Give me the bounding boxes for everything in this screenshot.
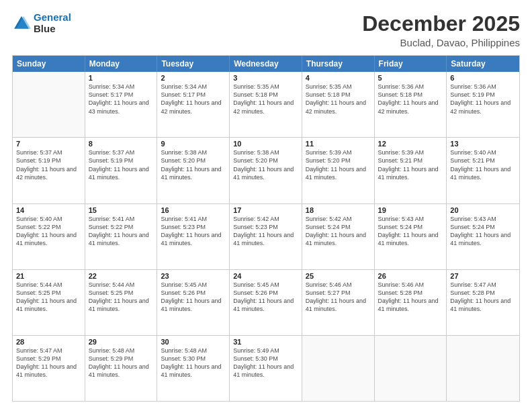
day-number: 5 [378, 74, 443, 82]
day-number: 3 [233, 74, 298, 82]
day-cell-11: 11Sunrise: 5:39 AMSunset: 5:20 PMDayligh… [302, 138, 375, 203]
day-number: 7 [16, 140, 81, 148]
day-cell-20: 20Sunrise: 5:43 AMSunset: 5:24 PMDayligh… [447, 204, 519, 269]
day-cell-18: 18Sunrise: 5:42 AMSunset: 5:24 PMDayligh… [302, 204, 375, 269]
calendar-row-4: 21Sunrise: 5:44 AMSunset: 5:25 PMDayligh… [13, 269, 519, 335]
empty-cell [13, 72, 85, 137]
month-year: December 2025 [362, 12, 520, 36]
day-header-wednesday: Wednesday [230, 56, 302, 72]
day-number: 17 [233, 206, 298, 214]
day-cell-31: 31Sunrise: 5:49 AMSunset: 5:30 PMDayligh… [230, 336, 302, 401]
day-header-friday: Friday [375, 56, 447, 72]
day-cell-9: 9Sunrise: 5:38 AMSunset: 5:20 PMDaylight… [157, 138, 230, 203]
day-cell-25: 25Sunrise: 5:46 AMSunset: 5:27 PMDayligh… [302, 270, 375, 335]
cell-info: Sunrise: 5:40 AMSunset: 5:22 PMDaylight:… [16, 215, 81, 248]
day-cell-19: 19Sunrise: 5:43 AMSunset: 5:24 PMDayligh… [375, 204, 447, 269]
day-cell-24: 24Sunrise: 5:45 AMSunset: 5:26 PMDayligh… [230, 270, 302, 335]
calendar-row-3: 14Sunrise: 5:40 AMSunset: 5:22 PMDayligh… [13, 203, 519, 269]
day-cell-17: 17Sunrise: 5:42 AMSunset: 5:23 PMDayligh… [230, 204, 302, 269]
day-number: 10 [233, 140, 298, 148]
cell-info: Sunrise: 5:47 AMSunset: 5:29 PMDaylight:… [16, 347, 81, 379]
day-number: 8 [89, 140, 154, 148]
day-cell-1: 1Sunrise: 5:34 AMSunset: 5:17 PMDaylight… [85, 72, 158, 137]
day-number: 16 [161, 206, 226, 214]
day-number: 9 [161, 140, 226, 148]
day-cell-7: 7Sunrise: 5:37 AMSunset: 5:19 PMDaylight… [13, 138, 85, 203]
header: General Blue December 2025 Buclad, Davao… [12, 12, 520, 48]
cell-info: Sunrise: 5:38 AMSunset: 5:20 PMDaylight:… [233, 148, 298, 181]
day-number: 11 [306, 140, 371, 148]
cell-info: Sunrise: 5:36 AMSunset: 5:18 PMDaylight:… [378, 83, 443, 116]
cell-info: Sunrise: 5:38 AMSunset: 5:20 PMDaylight:… [161, 148, 226, 181]
day-cell-2: 2Sunrise: 5:34 AMSunset: 5:17 PMDaylight… [157, 72, 230, 137]
day-cell-29: 29Sunrise: 5:48 AMSunset: 5:29 PMDayligh… [85, 336, 158, 401]
cell-info: Sunrise: 5:47 AMSunset: 5:28 PMDaylight:… [450, 281, 516, 314]
calendar-row-1: 1Sunrise: 5:34 AMSunset: 5:17 PMDaylight… [13, 72, 519, 137]
cell-info: Sunrise: 5:40 AMSunset: 5:21 PMDaylight:… [450, 148, 516, 181]
day-cell-26: 26Sunrise: 5:46 AMSunset: 5:28 PMDayligh… [375, 270, 447, 335]
day-cell-4: 4Sunrise: 5:35 AMSunset: 5:18 PMDaylight… [302, 72, 375, 137]
day-cell-22: 22Sunrise: 5:44 AMSunset: 5:25 PMDayligh… [85, 270, 158, 335]
cell-info: Sunrise: 5:45 AMSunset: 5:26 PMDaylight:… [233, 281, 298, 314]
cell-info: Sunrise: 5:41 AMSunset: 5:23 PMDaylight:… [161, 215, 226, 248]
day-cell-23: 23Sunrise: 5:45 AMSunset: 5:26 PMDayligh… [157, 270, 230, 335]
day-cell-16: 16Sunrise: 5:41 AMSunset: 5:23 PMDayligh… [157, 204, 230, 269]
empty-cell [447, 336, 519, 401]
day-cell-10: 10Sunrise: 5:38 AMSunset: 5:20 PMDayligh… [230, 138, 302, 203]
calendar: SundayMondayTuesdayWednesdayThursdayFrid… [12, 55, 520, 402]
page: General Blue December 2025 Buclad, Davao… [0, 0, 532, 411]
day-number: 19 [378, 206, 443, 214]
day-cell-14: 14Sunrise: 5:40 AMSunset: 5:22 PMDayligh… [13, 204, 85, 269]
day-number: 29 [89, 338, 154, 346]
cell-info: Sunrise: 5:37 AMSunset: 5:19 PMDaylight:… [89, 148, 154, 181]
day-cell-21: 21Sunrise: 5:44 AMSunset: 5:25 PMDayligh… [13, 270, 85, 335]
cell-info: Sunrise: 5:41 AMSunset: 5:22 PMDaylight:… [89, 215, 154, 248]
day-number: 18 [306, 206, 371, 214]
day-number: 15 [89, 206, 154, 214]
day-header-thursday: Thursday [302, 56, 375, 72]
day-number: 21 [16, 272, 81, 280]
cell-info: Sunrise: 5:34 AMSunset: 5:17 PMDaylight:… [161, 83, 226, 116]
day-number: 14 [16, 206, 81, 214]
day-number: 4 [306, 74, 371, 82]
cell-info: Sunrise: 5:37 AMSunset: 5:19 PMDaylight:… [16, 148, 81, 181]
cell-info: Sunrise: 5:43 AMSunset: 5:24 PMDaylight:… [450, 215, 516, 248]
day-number: 20 [450, 206, 516, 214]
cell-info: Sunrise: 5:46 AMSunset: 5:28 PMDaylight:… [378, 281, 443, 314]
cell-info: Sunrise: 5:46 AMSunset: 5:27 PMDaylight:… [306, 281, 371, 314]
cell-info: Sunrise: 5:48 AMSunset: 5:30 PMDaylight:… [161, 347, 226, 379]
day-cell-27: 27Sunrise: 5:47 AMSunset: 5:28 PMDayligh… [447, 270, 519, 335]
cell-info: Sunrise: 5:34 AMSunset: 5:17 PMDaylight:… [89, 83, 154, 116]
cell-info: Sunrise: 5:43 AMSunset: 5:24 PMDaylight:… [378, 215, 443, 248]
cell-info: Sunrise: 5:42 AMSunset: 5:23 PMDaylight:… [233, 215, 298, 248]
day-cell-12: 12Sunrise: 5:39 AMSunset: 5:21 PMDayligh… [375, 138, 447, 203]
cell-info: Sunrise: 5:35 AMSunset: 5:18 PMDaylight:… [233, 83, 298, 116]
day-header-saturday: Saturday [447, 56, 519, 72]
day-cell-28: 28Sunrise: 5:47 AMSunset: 5:29 PMDayligh… [13, 336, 85, 401]
logo-text: General Blue [34, 12, 71, 34]
cell-info: Sunrise: 5:39 AMSunset: 5:20 PMDaylight:… [306, 148, 371, 181]
day-cell-5: 5Sunrise: 5:36 AMSunset: 5:18 PMDaylight… [375, 72, 447, 137]
cell-info: Sunrise: 5:39 AMSunset: 5:21 PMDaylight:… [378, 148, 443, 181]
title-block: December 2025 Buclad, Davao, Philippines [362, 12, 520, 48]
cell-info: Sunrise: 5:36 AMSunset: 5:19 PMDaylight:… [450, 83, 516, 116]
day-cell-13: 13Sunrise: 5:40 AMSunset: 5:21 PMDayligh… [447, 138, 519, 203]
empty-cell [302, 336, 375, 401]
cell-info: Sunrise: 5:49 AMSunset: 5:30 PMDaylight:… [233, 347, 298, 379]
day-number: 28 [16, 338, 81, 346]
location: Buclad, Davao, Philippines [362, 37, 520, 48]
cell-info: Sunrise: 5:44 AMSunset: 5:25 PMDaylight:… [89, 281, 154, 314]
calendar-row-5: 28Sunrise: 5:47 AMSunset: 5:29 PMDayligh… [13, 335, 519, 401]
day-number: 27 [450, 272, 516, 280]
cell-info: Sunrise: 5:48 AMSunset: 5:29 PMDaylight:… [89, 347, 154, 379]
day-header-monday: Monday [85, 56, 158, 72]
day-number: 6 [450, 74, 516, 82]
day-cell-8: 8Sunrise: 5:37 AMSunset: 5:19 PMDaylight… [85, 138, 158, 203]
day-number: 1 [89, 74, 154, 82]
day-number: 31 [233, 338, 298, 346]
day-number: 13 [450, 140, 516, 148]
logo: General Blue [12, 12, 71, 34]
cell-info: Sunrise: 5:35 AMSunset: 5:18 PMDaylight:… [306, 83, 371, 116]
logo-icon [12, 14, 31, 33]
calendar-body: 1Sunrise: 5:34 AMSunset: 5:17 PMDaylight… [13, 72, 519, 401]
